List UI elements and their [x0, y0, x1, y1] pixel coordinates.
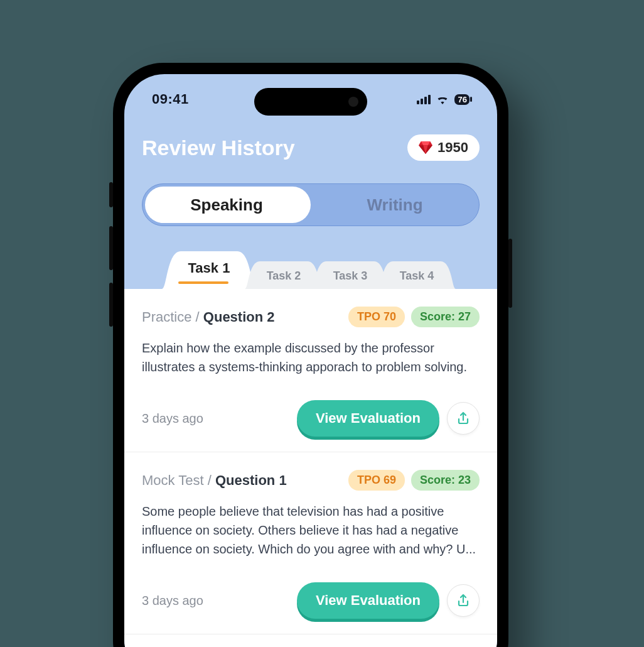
gems-balance[interactable]: 1950 [407, 134, 480, 161]
card-timestamp: 3 days ago [142, 411, 203, 426]
screen: 09:41 76 Review History 1950 Speaking Wr… [124, 74, 497, 647]
view-evaluation-button[interactable]: View Evaluation [297, 582, 439, 619]
share-button[interactable] [447, 402, 480, 435]
tab-writing[interactable]: Writing [311, 184, 479, 226]
page-title: Review History [142, 136, 295, 160]
card-breadcrumb: Practice / Question 2 [142, 309, 275, 325]
gem-icon [419, 141, 432, 154]
tpo-badge: TPO 70 [348, 307, 405, 327]
status-time: 09:41 [152, 91, 189, 107]
share-icon [456, 593, 471, 608]
task-tab-1[interactable]: Task 1 [162, 251, 256, 289]
phone-frame: 09:41 76 Review History 1950 Speaking Wr… [113, 63, 508, 647]
card-prompt: Some people believe that television has … [142, 502, 480, 558]
volume-up-button [109, 226, 113, 270]
battery-indicator: 76 [454, 94, 470, 105]
task-tab-4[interactable]: Task 4 [378, 261, 456, 289]
gems-count: 1950 [437, 139, 468, 156]
tpo-badge: TPO 69 [348, 470, 405, 491]
tab-speaking[interactable]: Speaking [142, 184, 311, 226]
power-button [508, 239, 512, 308]
score-badge: Score: 23 [411, 470, 480, 491]
card-timestamp: 3 days ago [142, 594, 203, 608]
share-icon [456, 411, 471, 426]
wifi-icon [436, 94, 449, 104]
score-badge: Score: 27 [411, 307, 480, 327]
category-segmented-control: Speaking Writing [142, 183, 480, 226]
volume-down-button [109, 283, 113, 327]
share-button[interactable] [447, 584, 480, 617]
history-card: Mock Test / Question 1 TPO 69 Score: 23 … [124, 452, 497, 634]
card-breadcrumb: Mock Test / Question 1 [142, 472, 287, 489]
card-prompt: Explain how the example discussed by the… [142, 339, 480, 376]
view-evaluation-button[interactable]: View Evaluation [297, 400, 439, 437]
history-list: Practice / Question 2 TPO 70 Score: 27 E… [124, 289, 497, 647]
task-tabs: Task 1 Task 2 Task 3 Task 4 [124, 251, 497, 289]
history-card: Practice / Question 2 TPO 70 Score: 27 E… [124, 289, 497, 452]
cellular-signal-icon [417, 94, 431, 104]
dynamic-island [254, 88, 367, 116]
side-button [109, 182, 113, 207]
